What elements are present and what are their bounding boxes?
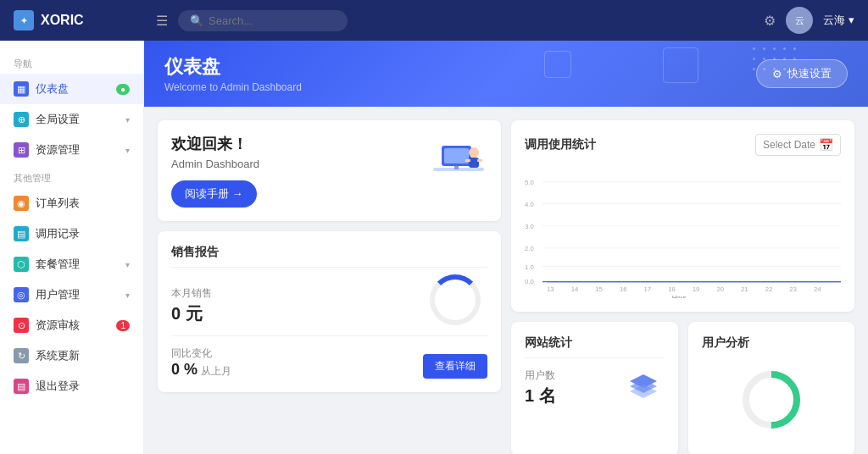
website-stats-card: 网站统计 用户数 1 名 [511,322,678,454]
orders-icon: ◉ [14,196,29,211]
api-logs-icon: ▤ [14,226,29,241]
api-usage-card: 调用使用统计 Select Date 📅 5.0 4.0 3.0 2.0 [511,120,854,312]
chevron-down-icon: ▾ [125,115,130,125]
chevron-down-icon: ▾ [125,146,130,155]
top-navbar: ✦ XORIC ☰ 🔍 ⚙ 云 云海 ▾ [0,0,868,41]
left-column: 欢迎回来！ Admin Dashboard [158,120,501,454]
sidebar-item-label: 资源管理 [36,142,80,158]
dashboard-badge: ● [116,84,130,95]
user-analysis-card: 用户分析 [688,322,855,454]
svg-rect-7 [477,159,482,162]
sidebar-item-label: 退出登录 [36,379,80,394]
sidebar-item-label: 调用记录 [36,226,80,241]
svg-text:22: 22 [765,285,773,293]
user-count-value: 1 名 [525,385,556,407]
sidebar-item-label: 用户管理 [36,287,80,302]
svg-text:13: 13 [547,285,554,293]
sidebar-item-label: 仪表盘 [36,81,69,97]
svg-text:23: 23 [789,285,797,293]
svg-text:24: 24 [814,285,821,293]
content-area: 仪表盘 Welcome to Admin Dashboard ⚙ 快速设置 [144,41,868,454]
date-select[interactable]: Select Date 📅 [755,134,841,156]
sidebar-item-label: 套餐管理 [36,257,80,272]
layers-icon [622,365,665,407]
nav-right: ⚙ 云 云海 ▾ [764,7,854,34]
sidebar-item-update[interactable]: ↻ 系统更新 [0,340,143,371]
update-icon: ↻ [14,348,29,363]
packages-icon: ⬡ [14,257,29,272]
sidebar-item-dashboard[interactable]: ▦ 仪表盘 ● [0,74,143,104]
sidebar-item-label: 系统更新 [36,348,80,363]
other-section-label: 其他管理 [0,165,143,188]
cards-area: 欢迎回来！ Admin Dashboard [144,107,868,454]
monthly-sales-label: 本月销售 [171,286,212,301]
monthly-sales-value: 0 元 [171,302,212,325]
user-dropdown[interactable]: 云海 ▾ [823,13,854,28]
sidebar-item-resource-mgmt[interactable]: ⊞ 资源管理 ▾ [0,135,143,165]
collapse-button[interactable]: ☰ [156,13,168,29]
welcome-card: 欢迎回来！ Admin Dashboard [158,120,501,221]
bottom-right-row: 网站统计 用户数 1 名 [511,322,854,454]
read-manual-button[interactable]: 阅读手册 → [171,180,257,208]
api-card-header: 调用使用统计 Select Date 📅 [525,134,841,156]
svg-text:19: 19 [693,285,700,293]
svg-text:18: 18 [668,285,676,293]
view-detail-button[interactable]: 查看详细 [423,354,487,379]
svg-point-4 [469,147,479,158]
right-column: 调用使用统计 Select Date 📅 5.0 4.0 3.0 2.0 [511,120,854,454]
svg-text:17: 17 [644,285,652,293]
svg-text:Hour: Hour [672,294,687,298]
calendar-icon: 📅 [819,138,833,152]
svg-text:21: 21 [741,285,748,293]
user-analysis-chart [702,357,842,442]
logo-icon: ✦ [14,10,34,30]
global-settings-icon: ⊕ [14,112,29,127]
logo-area: ✦ XORIC [14,10,156,30]
sales-card-title: 销售报告 [171,245,487,268]
sidebar-item-audit[interactable]: ⊙ 资源审核 1 [0,310,143,340]
sidebar-item-label: 资源审核 [36,318,80,333]
welcome-subtitle: Admin Dashboard [171,158,259,170]
page-title-area: 仪表盘 Welcome to Admin Dashboard [164,54,302,93]
chevron-down-icon: ▾ [125,260,130,269]
avatar: 云 [786,7,813,34]
dashboard-icon: ▦ [14,81,29,97]
sidebar-item-logout[interactable]: ▤ 退出登录 [0,371,143,401]
sidebar-item-packages[interactable]: ⬡ 套餐管理 ▾ [0,249,143,280]
svg-text:15: 15 [595,285,603,293]
svg-text:16: 16 [620,285,627,293]
svg-text:14: 14 [571,285,579,293]
change-value: 0 % [171,361,198,379]
website-card-title: 网站统计 [525,335,665,358]
sidebar-item-global-settings[interactable]: ⊕ 全局设置 ▾ [0,104,143,135]
change-suffix: 从上月 [201,364,231,379]
nav-center: ☰ 🔍 [156,10,764,31]
sidebar-item-api-logs[interactable]: ▤ 调用记录 [0,219,143,249]
audit-icon: ⊙ [14,318,29,333]
svg-rect-2 [444,148,469,163]
filter-icon[interactable]: ⚙ [764,13,776,29]
sidebar-item-label: 全局设置 [36,112,80,127]
sidebar-item-users[interactable]: ◎ 用户管理 ▾ [0,280,143,310]
api-card-title: 调用使用统计 [525,137,596,152]
search-box[interactable]: 🔍 [178,10,348,31]
svg-rect-3 [454,166,459,169]
sales-change-row: 同比变化 0 % 从上月 查看详细 [171,346,487,379]
nav-section-label: 导航 [0,51,143,74]
chevron-down-icon: ▾ [125,291,130,300]
svg-text:5.0: 5.0 [525,179,535,186]
logo-text: XORIC [41,13,84,28]
audit-badge: 1 [116,320,130,331]
sidebar-item-orders[interactable]: ◉ 订单列表 [0,188,143,219]
svg-text:0.0: 0.0 [525,278,535,285]
main-layout: 导航 ▦ 仪表盘 ● ⊕ 全局设置 ▾ ⊞ 资源管理 ▾ 其他管理 ◉ 订单列表… [0,41,868,454]
users-icon: ◎ [14,287,29,302]
page-title: 仪表盘 [164,54,302,80]
user-count-label: 用户数 [525,368,556,383]
change-label: 同比变化 [171,346,231,361]
sales-monthly-row: 本月销售 0 元 [171,274,487,325]
search-input[interactable] [209,14,344,27]
user-analysis-title: 用户分析 [702,335,842,351]
welcome-illustration [425,127,492,186]
page-header: 仪表盘 Welcome to Admin Dashboard ⚙ 快速设置 [144,41,868,107]
